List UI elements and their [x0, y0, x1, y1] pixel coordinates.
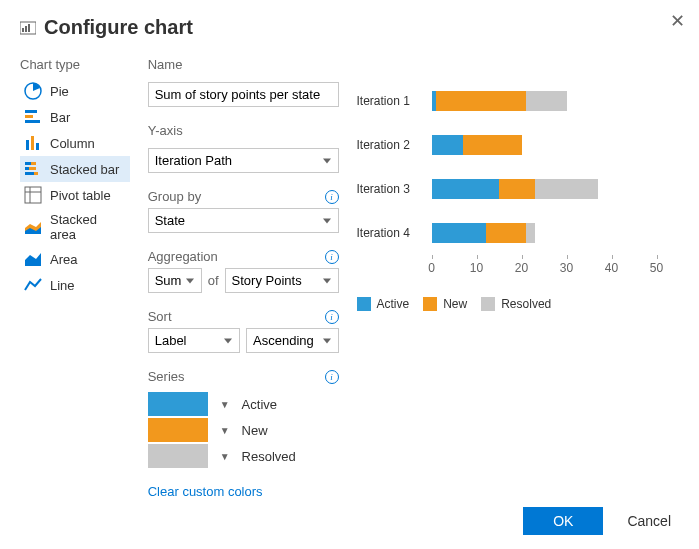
series-item: ▼ Resolved: [148, 444, 339, 468]
svg-rect-15: [25, 172, 34, 175]
legend-label: Active: [377, 297, 410, 311]
dialog-footer: OK Cancel: [523, 507, 679, 535]
info-icon[interactable]: i: [325, 370, 339, 384]
chevron-down-icon[interactable]: ▼: [220, 399, 230, 410]
bar-category-label: Iteration 2: [357, 138, 432, 152]
chart-preview-panel: Iteration 1Iteration 2Iteration 3Iterati…: [357, 57, 680, 499]
bar-row: Iteration 3: [357, 167, 680, 211]
svg-rect-16: [34, 172, 38, 175]
legend-swatch: [481, 297, 495, 311]
chart-type-line[interactable]: Line: [20, 272, 130, 298]
aggregation-label: Aggregation: [148, 249, 218, 264]
series-color-swatch[interactable]: [148, 418, 208, 442]
name-input[interactable]: [148, 82, 339, 107]
info-icon[interactable]: i: [325, 190, 339, 204]
series-color-swatch[interactable]: [148, 392, 208, 416]
config-panel: Name Y-axis Group by i Aggregation i of …: [148, 57, 339, 499]
sort-by-select[interactable]: [148, 328, 240, 353]
chart-type-area[interactable]: Area: [20, 246, 130, 272]
svg-rect-1: [22, 28, 24, 32]
svg-rect-8: [26, 140, 29, 150]
bar-track: [432, 223, 680, 243]
chart-type-label: Column: [50, 136, 95, 151]
axis-tick: 50: [634, 261, 679, 275]
chevron-down-icon[interactable]: ▼: [220, 451, 230, 462]
legend-item: Resolved: [481, 297, 551, 311]
chart-type-label: Pie: [50, 84, 69, 99]
bar-segment: [526, 223, 535, 243]
axis-tick: 0: [409, 261, 454, 275]
area-icon: [24, 250, 42, 268]
dialog-title: Configure chart: [44, 16, 193, 39]
chart-type-stacked-bar[interactable]: Stacked bar: [20, 156, 130, 182]
chart-config-icon: [20, 20, 36, 36]
legend-item: Active: [357, 297, 410, 311]
bar-segment: [499, 179, 535, 199]
chart-type-label: Area: [50, 252, 77, 267]
aggregation-field-select[interactable]: [225, 268, 339, 293]
legend-swatch: [423, 297, 437, 311]
svg-rect-17: [25, 187, 41, 203]
chart-type-panel: Chart type PieBarColumnStacked barPivot …: [20, 57, 130, 499]
series-label: Active: [242, 397, 277, 412]
svg-rect-12: [31, 162, 36, 165]
axis-tick: 10: [454, 261, 499, 275]
close-icon[interactable]: ✕: [666, 6, 689, 36]
svg-rect-14: [29, 167, 36, 170]
bar-segment: [526, 91, 567, 111]
series-label: Resolved: [242, 449, 296, 464]
svg-rect-2: [25, 26, 27, 32]
line-icon: [24, 276, 42, 294]
info-icon[interactable]: i: [325, 310, 339, 324]
svg-rect-3: [28, 24, 30, 32]
bar-segment: [432, 223, 486, 243]
chart-type-column[interactable]: Column: [20, 130, 130, 156]
chart-type-label: Line: [50, 278, 75, 293]
pivot-table-icon: [24, 186, 42, 204]
bar-segment: [432, 179, 500, 199]
series-item: ▼ Active: [148, 392, 339, 416]
chart-legend: ActiveNewResolved: [357, 297, 680, 311]
name-label: Name: [148, 57, 339, 72]
axis-tick: 40: [589, 261, 634, 275]
legend-swatch: [357, 297, 371, 311]
groupby-select[interactable]: [148, 208, 339, 233]
dialog-header: Configure chart: [20, 16, 679, 39]
svg-rect-10: [36, 143, 39, 150]
stacked-area-icon: [24, 218, 42, 236]
chart-type-heading: Chart type: [20, 57, 130, 72]
bar-track: [432, 91, 680, 111]
series-color-swatch[interactable]: [148, 444, 208, 468]
axis-tick: 20: [499, 261, 544, 275]
column-icon: [24, 134, 42, 152]
legend-label: Resolved: [501, 297, 551, 311]
chart-type-stacked-area[interactable]: Stacked area: [20, 208, 130, 246]
info-icon[interactable]: i: [325, 250, 339, 264]
bar-segment: [535, 179, 598, 199]
chart-type-label: Bar: [50, 110, 70, 125]
stacked-bar-icon: [24, 160, 42, 178]
sort-label: Sort: [148, 309, 172, 324]
bar-row: Iteration 1: [357, 79, 680, 123]
ok-button[interactable]: OK: [523, 507, 603, 535]
aggregation-select[interactable]: [148, 268, 202, 293]
svg-rect-13: [25, 167, 29, 170]
chevron-down-icon[interactable]: ▼: [220, 425, 230, 436]
bar-category-label: Iteration 4: [357, 226, 432, 240]
chart-type-pie[interactable]: Pie: [20, 78, 130, 104]
axis-tick: 30: [544, 261, 589, 275]
svg-rect-6: [25, 115, 33, 118]
bar-segment: [486, 223, 527, 243]
clear-custom-colors-link[interactable]: Clear custom colors: [148, 484, 339, 499]
chart-type-bar[interactable]: Bar: [20, 104, 130, 130]
chart-type-pivot-table[interactable]: Pivot table: [20, 182, 130, 208]
yaxis-select[interactable]: [148, 148, 339, 173]
sort-dir-select[interactable]: [246, 328, 338, 353]
cancel-button[interactable]: Cancel: [619, 507, 679, 535]
series-item: ▼ New: [148, 418, 339, 442]
chart-type-label: Stacked bar: [50, 162, 119, 177]
bar-category-label: Iteration 1: [357, 94, 432, 108]
bar-track: [432, 179, 680, 199]
of-label: of: [208, 273, 219, 288]
yaxis-label: Y-axis: [148, 123, 339, 138]
